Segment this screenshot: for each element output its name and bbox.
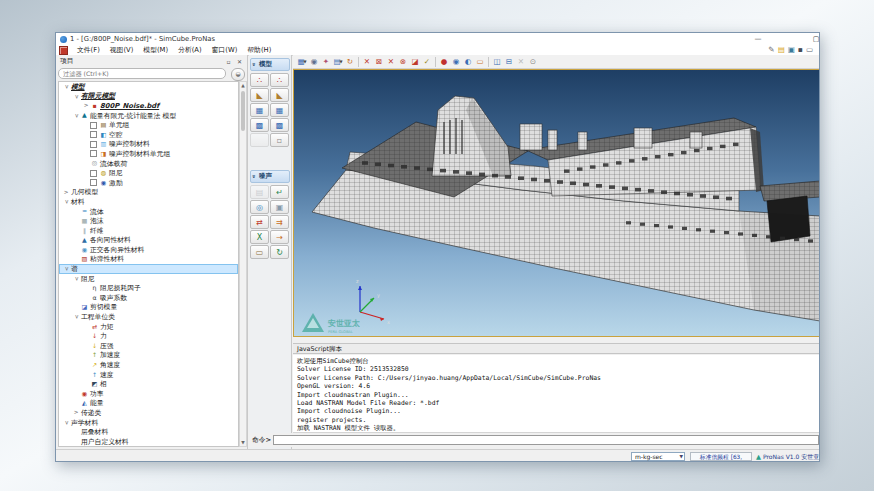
tree-item[interactable]: ◍阻尼	[59, 168, 238, 178]
display-settings-icon[interactable]: ▭	[806, 45, 813, 55]
tree-item[interactable]: ↓压强	[59, 341, 238, 351]
spotlight-view-button[interactable]: ✦	[320, 56, 332, 68]
panel-toggle-icon[interactable]: ▪	[798, 45, 803, 55]
apply-check-button[interactable]: ✓	[421, 56, 433, 68]
tree-item[interactable]: ◎流体载荷	[59, 159, 238, 169]
tree-item[interactable]: >阻尼	[59, 274, 238, 284]
tree-expander-icon[interactable]: >	[63, 419, 69, 427]
subsystem-block-button[interactable]: ◣	[250, 88, 269, 102]
assembly-tree-config-button[interactable]: ∴	[270, 73, 289, 87]
tree-item[interactable]: ◉功率	[59, 389, 238, 399]
menu-item-2[interactable]: 模型(M)	[138, 45, 173, 55]
tree-scrollbar[interactable]: ▲ ▼	[239, 81, 247, 447]
tree-item[interactable]: ◧空腔	[59, 130, 238, 140]
search-zoom-button[interactable]: ◎	[250, 200, 269, 214]
clip-box-button[interactable]: ⊠	[373, 56, 385, 68]
tree-expander-icon[interactable]: >	[73, 313, 79, 321]
console-output[interactable]: 欢迎使用SimCube控制台Solver License ID: 2513532…	[293, 355, 820, 433]
tree-item[interactable]: 用户自定义材料	[59, 437, 238, 447]
tree-checkbox[interactable]	[90, 141, 97, 148]
tree-item[interactable]: α吸声系数	[59, 293, 238, 303]
tree-item[interactable]: η阻尼损耗因子	[59, 283, 238, 293]
tree-item[interactable]: ▨粘弹性材料	[59, 255, 238, 265]
toolbar-section-noise[interactable]: »噪声	[250, 170, 290, 183]
tree-expander-icon[interactable]: >	[63, 265, 69, 273]
excel-refresh-button[interactable]: ↻	[270, 245, 289, 259]
capsule-display-button[interactable]: ▭	[474, 56, 486, 68]
tree-item[interactable]: ▤单元组	[59, 120, 238, 130]
tree-expander-icon[interactable]: >	[72, 410, 80, 416]
tree-item[interactable]: ↑加速度	[59, 351, 238, 361]
tree-item[interactable]: >几何模型	[59, 188, 238, 198]
point-probe-button[interactable]: ●	[438, 56, 450, 68]
print-results-button[interactable]: ▤	[250, 185, 269, 199]
tree-expander-icon[interactable]: >	[73, 92, 79, 100]
panel-float-button[interactable]: ▫	[224, 57, 233, 66]
tree-item[interactable]: >工程单位类	[59, 312, 238, 322]
tree-item[interactable]: ▲各向同性材料	[59, 236, 238, 246]
open-file-icon[interactable]: ▤	[778, 45, 785, 55]
scrollbar-thumb[interactable]	[241, 91, 245, 131]
element-grid-button[interactable]: ▦	[250, 103, 269, 117]
tree-checkbox[interactable]	[90, 170, 97, 177]
eye-probe-button[interactable]: ◉	[450, 56, 462, 68]
tree-checkbox[interactable]	[90, 122, 97, 129]
observer-view-button[interactable]: ◉	[308, 56, 320, 68]
tree-item[interactable]: ↓力	[59, 331, 238, 341]
tree-item[interactable]: ↑速度	[59, 370, 238, 380]
tree-item[interactable]: >模型	[59, 82, 238, 92]
tree-item[interactable]: >有限元模型	[59, 92, 238, 102]
clip-sphere-button[interactable]: ⊗	[397, 56, 409, 68]
tree-expander-icon[interactable]: >	[73, 275, 79, 283]
tree-item[interactable]: ⇄力矩	[59, 322, 238, 332]
clip-clear-button[interactable]: ✕	[361, 56, 373, 68]
menu-item-3[interactable]: 分析(A)	[173, 45, 207, 55]
menu-item-1[interactable]: 视图(V)	[105, 45, 139, 55]
tree-item[interactable]: ↗角速度	[59, 360, 238, 370]
render-style-dropdown[interactable]: ▦▼	[296, 56, 308, 68]
toolbar-section-model[interactable]: »模型	[250, 58, 290, 71]
command-input[interactable]	[273, 435, 819, 445]
tree-item[interactable]: ∥纤维	[59, 226, 238, 236]
layout-bottom-button[interactable]: ⊟	[503, 56, 515, 68]
console-tab[interactable]: JavaScript脚本	[293, 343, 820, 354]
menu-item-5[interactable]: 帮助(H)	[242, 45, 276, 55]
tree-expander-icon[interactable]: >	[82, 103, 90, 109]
clip-cross-button[interactable]: ✕	[385, 56, 397, 68]
tree-item[interactable]: ▦泡沫	[59, 216, 238, 226]
center-target-button[interactable]: ⊙	[527, 56, 539, 68]
tree-checkbox[interactable]	[90, 150, 97, 157]
tree-item[interactable]: ≈流体	[59, 207, 238, 217]
scroll-up-icon[interactable]: ▲	[240, 83, 246, 88]
save-file-icon[interactable]: ▣	[788, 45, 795, 55]
tree-item[interactable]: ◉正交各向异性材料	[59, 245, 238, 255]
node-grid-config-button[interactable]: ▩	[270, 118, 289, 132]
tree-expander-icon[interactable]: >	[63, 83, 69, 91]
tree-expander-icon[interactable]: >	[73, 112, 79, 120]
visibility-toggle-button[interactable]: ◐	[462, 56, 474, 68]
tree-checkbox[interactable]	[90, 179, 97, 186]
subsystem-block-config-button[interactable]: ◣	[270, 88, 289, 102]
tree-item[interactable]: ◭能量	[59, 399, 238, 409]
import-model-button[interactable]: ↵	[270, 185, 289, 199]
3d-viewport[interactable]: z y x 安世亚太 PERA GLOBAL	[293, 69, 820, 337]
stack-transfer-button[interactable]: ⇉	[270, 215, 289, 229]
tree-item[interactable]: >材料	[59, 197, 238, 207]
tree-item[interactable]: ◩相	[59, 379, 238, 389]
tree-item[interactable]: ◨噪声控制材料单元组	[59, 149, 238, 159]
duplicate-add-button[interactable]: ▣	[270, 200, 289, 214]
swap-add-button[interactable]: ⇄	[250, 215, 269, 229]
tree-item[interactable]: ◉激励	[59, 178, 238, 188]
tree-checkbox[interactable]	[90, 131, 97, 138]
unit-system-dropdown[interactable]: m-kg-sec▼	[631, 452, 685, 461]
filter-menu-button[interactable]: ◒	[231, 68, 245, 81]
node-grid-button[interactable]: ▩	[250, 118, 269, 132]
clip-plane-button[interactable]: ◪	[409, 56, 421, 68]
layout-grid-button[interactable]: ◫	[491, 56, 503, 68]
assembly-tree-button[interactable]: ∴	[250, 73, 269, 87]
element-grid-config-button[interactable]: ▦	[270, 103, 289, 117]
mini-run-button[interactable]: ▫	[270, 133, 289, 147]
rotate-view-button[interactable]: ↻	[344, 56, 356, 68]
octave-band-indicator[interactable]: 标准倍频程 [63, 8000]	[690, 452, 752, 461]
crate-view-button[interactable]: ▭	[250, 245, 269, 259]
